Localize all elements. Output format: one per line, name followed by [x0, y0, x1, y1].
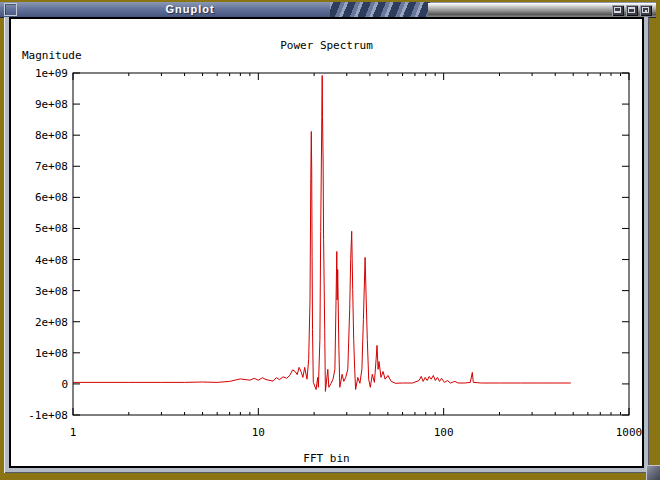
- resize-corner-handle[interactable]: [646, 465, 660, 480]
- window-frame: 1e+099e+088e+087e+086e+085e+084e+083e+08…: [4, 17, 649, 473]
- iconify-icon: [614, 7, 621, 13]
- x-tick-label: 1000: [616, 426, 642, 439]
- y-tick-label: 6e+08: [35, 191, 68, 204]
- y-tick-label: 1e+09: [35, 67, 68, 80]
- client-border: 1e+099e+088e+087e+086e+085e+084e+083e+08…: [9, 17, 644, 468]
- window-title: Gnuplot: [130, 3, 250, 16]
- y-tick-label: 7e+08: [35, 160, 68, 173]
- close-button[interactable]: [640, 5, 652, 16]
- x-tick-label: 10: [252, 426, 265, 439]
- power-spectrum-plot: 1e+099e+088e+087e+086e+085e+084e+083e+08…: [11, 19, 642, 466]
- y-tick-label: 1e+08: [35, 347, 68, 360]
- x-tick-label: 100: [434, 426, 454, 439]
- plot-canvas: 1e+099e+088e+087e+086e+085e+084e+083e+08…: [11, 19, 642, 466]
- y-tick-label: 8e+08: [35, 129, 68, 142]
- y-tick-label: 0: [61, 378, 68, 391]
- titlebar-stripes-decoration: [330, 2, 430, 17]
- window-menu-button[interactable]: [4, 3, 17, 16]
- desktop: Gnuplot 1e+099e+088e+087e+086e+085e+084e…: [0, 0, 660, 480]
- y-tick-label: 4e+08: [35, 254, 68, 267]
- close-icon-dot: [645, 10, 647, 12]
- window-titlebar[interactable]: Gnuplot: [0, 2, 656, 18]
- x-axis-label: FFT bin: [11, 453, 642, 464]
- y-tick-label: 3e+08: [35, 285, 68, 298]
- maximize-icon: [628, 7, 635, 13]
- maximize-button[interactable]: [626, 5, 638, 16]
- plot-curve-power-spectrum: [73, 76, 571, 392]
- y-tick-label: 9e+08: [35, 98, 68, 111]
- close-icon: [642, 7, 649, 13]
- iconify-button[interactable]: [612, 5, 624, 16]
- x-tick-label: 1: [70, 426, 77, 439]
- y-axis-label: Magnitude: [22, 50, 82, 61]
- y-tick-label: 5e+08: [35, 222, 68, 235]
- y-tick-label: -1e+08: [28, 409, 68, 422]
- y-tick-label: 2e+08: [35, 316, 68, 329]
- chart-title: Power Spectrum: [11, 40, 642, 51]
